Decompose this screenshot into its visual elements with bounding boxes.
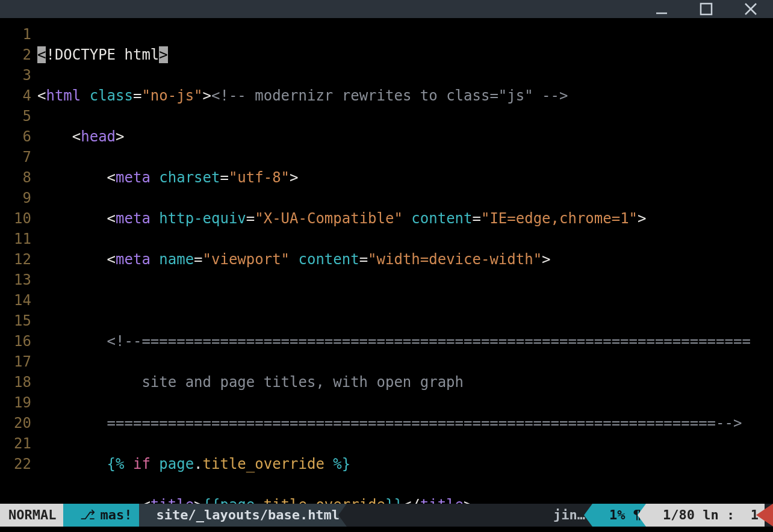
status-bar: NORMAL ⎇mas! site/_layouts/base.html jin…: [0, 504, 773, 527]
line-number: 17: [14, 353, 31, 370]
editor-window: 1 2 3 4 5 6 7 8 9 10 11 12 13 14 15 16 1…: [0, 0, 773, 532]
line-number: 5: [23, 108, 31, 125]
filetype-text: jin…: [553, 507, 585, 522]
maximize-icon: [698, 1, 714, 17]
svg-rect-1: [701, 4, 712, 14]
line-number: 20: [14, 415, 31, 431]
close-button[interactable]: [742, 0, 760, 18]
code-line: <!--====================================…: [37, 331, 773, 351]
line-number: 22: [14, 456, 31, 472]
code-line: <html class="no-js"><!-- modernizr rewri…: [37, 85, 773, 106]
line-number: 3: [23, 67, 31, 84]
titlebar: [0, 0, 773, 18]
line-number: 14: [14, 292, 31, 309]
cursor: <: [37, 46, 46, 63]
line-number: 16: [14, 333, 31, 350]
code-line: <!DOCTYPE html>: [37, 45, 773, 65]
code-line: {% if page.title_override %}: [37, 454, 773, 474]
git-branch-icon: ⎇: [80, 507, 95, 522]
line-number: 8: [23, 169, 31, 186]
filetype-segment: jin…: [347, 504, 601, 527]
line-number: 6: [23, 128, 31, 145]
code-line: site and page titles, with open graph: [37, 372, 773, 392]
line-number: 9: [23, 190, 31, 206]
editor-area[interactable]: 1 2 3 4 5 6 7 8 9 10 11 12 13 14 15 16 1…: [0, 18, 773, 504]
cursor-position-segment: 1/80 ln : 1: [646, 504, 765, 527]
code-line: <head>: [37, 126, 773, 147]
scroll-percent-text: 1% ¶: [609, 507, 641, 522]
vim-mode-indicator: NORMAL: [0, 504, 72, 527]
minimize-icon: [654, 1, 669, 17]
file-path-text: site/_layouts/base.html: [156, 507, 340, 522]
line-number: 19: [14, 394, 31, 411]
line-number: 13: [14, 271, 31, 288]
close-icon: [743, 1, 759, 17]
file-path-segment: site/_layouts/base.html: [139, 504, 355, 527]
code-line: <meta http-equiv="X-UA-Compatible" conte…: [37, 208, 773, 229]
line-number: 1: [23, 26, 31, 43]
line-number: 15: [14, 312, 31, 329]
code-line: <meta charset="utf-8">: [37, 167, 773, 188]
vim-mode-text: NORMAL: [8, 507, 56, 522]
code-line: <title>{{page.title_override}}</title>: [37, 495, 773, 504]
code-line: <meta name="viewport" content="width=dev…: [37, 249, 773, 270]
minimize-button[interactable]: [653, 0, 671, 18]
git-branch-name: mas!: [100, 507, 132, 522]
git-branch-segment: ⎇mas!: [63, 504, 147, 527]
code-line: ========================================…: [37, 413, 773, 433]
bottom-padding: [0, 527, 773, 532]
line-number: 7: [23, 149, 31, 165]
line-number: 11: [14, 230, 31, 247]
cursor-position-text: 1/80 ln : 1: [663, 507, 759, 522]
line-number: 21: [14, 435, 31, 452]
line-number-gutter: 1 2 3 4 5 6 7 8 9 10 11 12 13 14 15 16 1…: [0, 24, 37, 504]
line-number: 18: [14, 374, 31, 391]
line-number: 2: [23, 46, 31, 63]
line-number: 12: [14, 251, 31, 268]
code-line: [37, 290, 773, 311]
code-content[interactable]: <!DOCTYPE html> <html class="no-js"><!--…: [37, 24, 773, 504]
line-number: 10: [14, 210, 31, 227]
maximize-button[interactable]: [697, 0, 715, 18]
line-number: 4: [23, 87, 31, 104]
